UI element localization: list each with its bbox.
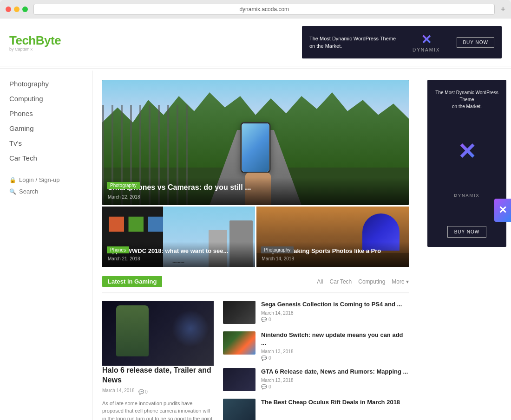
gta-item-title: GTA 6 Release date, News and Rumors: Map… xyxy=(261,368,409,376)
gta-item-meta: 💬 0 xyxy=(261,384,409,389)
main-layout: Photography Computing Phones Gaming Tv's… xyxy=(0,71,511,420)
featured-main-overlay: Photography Smartphones vs Cameras: do y… xyxy=(102,177,409,205)
header-divider xyxy=(0,68,511,69)
sidebar-search-link[interactable]: Search xyxy=(19,188,38,195)
gaming-main-article[interactable]: Halo 6 release date, Trailer and News Ma… xyxy=(102,301,214,420)
sega-item-info: Sega Genesis Collection is Coming to PS4… xyxy=(261,301,409,322)
featured-main-date: March 22, 2018 xyxy=(108,194,403,200)
header-ad-logo: ✕ DYNAMIX xyxy=(413,32,440,52)
featured-sub-right-tag: Photography xyxy=(261,246,294,253)
gta-item-info: GTA 6 Release date, News and Rumors: Map… xyxy=(261,368,409,389)
gaming-layout: Halo 6 release date, Trailer and News Ma… xyxy=(102,301,409,420)
featured-main-title: Smartphones vs Cameras: do you still ... xyxy=(108,183,403,193)
sidebar-nav: Photography Computing Phones Gaming Tv's… xyxy=(9,80,83,162)
minimize-dot[interactable] xyxy=(14,6,20,12)
sidebar-link-cartech[interactable]: Car Tech xyxy=(9,154,37,162)
new-tab-button[interactable]: + xyxy=(500,5,505,14)
right-ad-x-icon: ✕ xyxy=(458,138,476,164)
sidebar-login-item[interactable]: 🔒 Login / Sign-up xyxy=(9,176,83,183)
sidebar-item-phones[interactable]: Phones xyxy=(9,110,83,118)
gaming-main-comments: 💬 0 xyxy=(138,389,148,394)
halo-glow xyxy=(172,310,209,347)
sega-comment-icon: 💬 xyxy=(261,317,267,322)
sidebar-login-link[interactable]: Login / Sign-up xyxy=(19,176,59,183)
right-sidebar: The Most Dynamic WordPress Theme on the … xyxy=(418,71,511,420)
halo-figure xyxy=(116,305,149,356)
sidebar-link-tvs[interactable]: Tv's xyxy=(9,139,22,147)
sidebar-link-computing[interactable]: Computing xyxy=(9,95,43,103)
gaming-list-item-gta[interactable]: GTA 6 Release date, News and Rumors: Map… xyxy=(223,368,409,391)
sidebar-link-photography[interactable]: Photography xyxy=(9,80,49,88)
gaming-main-image xyxy=(102,301,214,366)
featured-sub-right-overlay: Photography 9 Tips for Taking Sports Pho… xyxy=(256,242,409,267)
header-ad-cta-button[interactable]: BUY NOW xyxy=(457,37,494,48)
page: TechByte by Captamix The Most Dynamic Wo… xyxy=(0,19,511,420)
search-icon: 🔍 xyxy=(9,188,16,195)
header-ad-x-icon: ✕ xyxy=(421,32,432,47)
site-header: TechByte by Captamix The Most Dynamic Wo… xyxy=(0,19,511,66)
right-ad-brand: DYNAMIX xyxy=(454,193,479,198)
filter-all[interactable]: All xyxy=(317,278,323,285)
nintendo-comment-icon: 💬 xyxy=(261,355,267,361)
gaming-section-header: Latest in Gaming All Car Tech Computing … xyxy=(102,276,409,293)
right-ad-banner[interactable]: The Most Dynamic WordPress Theme on the … xyxy=(427,80,506,247)
gta-comment-icon: 💬 xyxy=(261,384,267,389)
header-ad-banner[interactable]: The Most Dynamic WordPress Theme on the … xyxy=(302,26,502,58)
nintendo-thumbnail xyxy=(223,331,256,355)
gaming-section-filters: All Car Tech Computing More ▾ xyxy=(317,278,409,285)
featured-main-tag: Photography xyxy=(107,182,140,189)
sidebar-item-cartech[interactable]: Car Tech xyxy=(9,154,83,162)
sidebar-search-item[interactable]: 🔍 Search xyxy=(9,188,83,195)
featured-grid: Photography Smartphones vs Cameras: do y… xyxy=(102,80,409,267)
oculus-item-info: The Best Cheap Oculus Rift Deals in Marc… xyxy=(261,399,409,408)
nintendo-item-date: March 13, 2018 xyxy=(261,349,409,354)
sidebar-item-tvs[interactable]: Tv's xyxy=(9,139,83,148)
window-controls xyxy=(6,6,28,12)
right-ad-text: The Most Dynamic WordPress Theme on the … xyxy=(435,89,499,110)
url-text: dynamix.acoda.com xyxy=(239,6,289,13)
gaming-article-list: Sega Genesis Collection is Coming to PS4… xyxy=(223,301,409,420)
browser-window: dynamix.acoda.com + xyxy=(0,0,511,19)
sidebar-link-phones[interactable]: Phones xyxy=(9,110,33,117)
sidebar-item-computing[interactable]: Computing xyxy=(9,95,83,103)
featured-sub-right[interactable]: Photography 9 Tips for Taking Sports Pho… xyxy=(256,207,409,267)
sega-item-date: March 14, 2018 xyxy=(261,310,409,316)
gaming-list-item-sega[interactable]: Sega Genesis Collection is Coming to PS4… xyxy=(223,301,409,324)
sidebar-item-gaming[interactable]: Gaming xyxy=(9,124,83,133)
header-ad-text: The Most Dynamic WordPress Theme on the … xyxy=(309,35,396,50)
featured-sub-left-overlay: Phones Apple WWDC 2018: what we want to … xyxy=(102,242,255,267)
oculus-item-title: The Best Cheap Oculus Rift Deals in Marc… xyxy=(261,399,409,407)
floating-x-button[interactable]: ✕ xyxy=(494,199,511,222)
logo-name: TechByte xyxy=(9,33,61,48)
address-bar[interactable]: dynamix.acoda.com xyxy=(33,4,495,15)
gaming-main-title: Halo 6 release date, Trailer and News xyxy=(102,366,214,385)
oculus-thumbnail xyxy=(223,399,256,420)
comment-icon: 💬 xyxy=(138,389,144,394)
sidebar-link-gaming[interactable]: Gaming xyxy=(9,124,34,132)
featured-main-article[interactable]: Photography Smartphones vs Cameras: do y… xyxy=(102,80,409,205)
filter-computing[interactable]: Computing xyxy=(358,278,385,285)
apple-logo-colors: ◼◼◼ xyxy=(107,209,165,236)
close-dot[interactable] xyxy=(6,6,11,12)
main-content: Photography Smartphones vs Cameras: do y… xyxy=(93,71,418,420)
nintendo-item-title: Nintendo Switch: new update means you ca… xyxy=(261,331,409,347)
logo[interactable]: TechByte by Captamix xyxy=(9,33,61,52)
gaming-list-item-oculus[interactable]: The Best Cheap Oculus Rift Deals in Marc… xyxy=(223,399,409,420)
gta-item-date: March 13, 2018 xyxy=(261,378,409,383)
sidebar-item-photography[interactable]: Photography xyxy=(9,80,83,88)
filter-cartech[interactable]: Car Tech xyxy=(329,278,352,285)
lock-icon: 🔒 xyxy=(9,177,16,183)
right-ad-cta-button[interactable]: BUY NOW xyxy=(447,226,487,238)
featured-sub-left-date: March 21, 2018 xyxy=(108,256,249,261)
gaming-main-excerpt: As of late some innovation pundits have … xyxy=(102,400,214,420)
phone-image xyxy=(241,122,271,173)
featured-sub-left[interactable]: ◼◼◼ ▪▪▪▪▪▪▪▪▪ Phones Apple WWDC 2018: wh… xyxy=(102,207,255,267)
sidebar: Photography Computing Phones Gaming Tv's… xyxy=(0,71,93,420)
sega-item-meta: 💬 0 xyxy=(261,317,409,322)
filter-more[interactable]: More ▾ xyxy=(392,278,409,285)
featured-sub-left-tag: Phones xyxy=(107,246,129,253)
gaming-list-item-nintendo[interactable]: Nintendo Switch: new update means you ca… xyxy=(223,331,409,361)
maximize-dot[interactable] xyxy=(22,6,28,12)
nintendo-item-info: Nintendo Switch: new update means you ca… xyxy=(261,331,409,361)
gaming-section: Latest in Gaming All Car Tech Computing … xyxy=(102,276,409,420)
